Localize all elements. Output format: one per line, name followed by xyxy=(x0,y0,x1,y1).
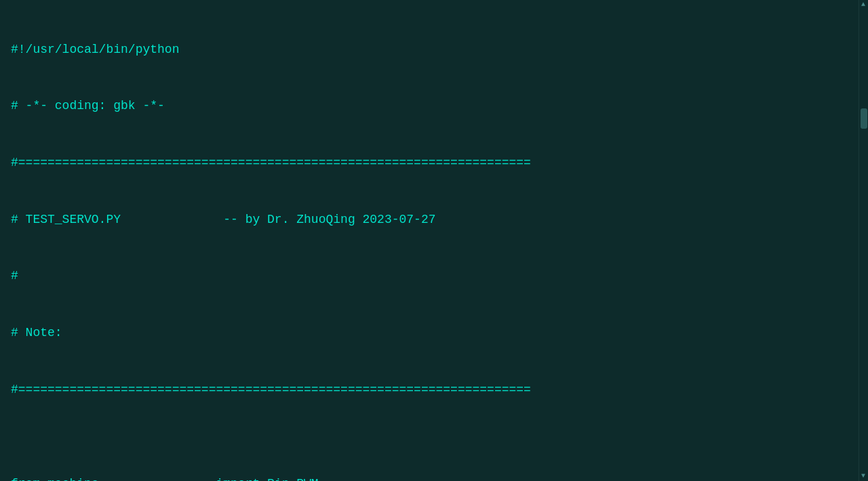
scroll-thumb[interactable] xyxy=(861,108,867,129)
code-line-7: #=======================================… xyxy=(11,381,857,400)
code-line-6: # Note: xyxy=(11,324,857,343)
scroll-down-arrow[interactable]: ▼ xyxy=(859,472,868,481)
code-line-1: #!/usr/local/bin/python xyxy=(11,41,857,60)
code-line-4: # TEST_SERVO.PY -- by Dr. ZhuoQing 2023-… xyxy=(11,211,857,230)
code-line-3: #=======================================… xyxy=(11,154,857,173)
code-line-2: # -*- coding: gbk -*- xyxy=(11,97,857,116)
code-line-9: from machine import Pin,PWM xyxy=(11,475,857,481)
scroll-up-arrow[interactable]: ▲ xyxy=(859,0,868,9)
vertical-scrollbar[interactable]: ▲ ▼ xyxy=(859,0,868,481)
code-line-5: # xyxy=(11,267,857,286)
code-editor: #!/usr/local/bin/python # -*- coding: gb… xyxy=(0,0,868,481)
